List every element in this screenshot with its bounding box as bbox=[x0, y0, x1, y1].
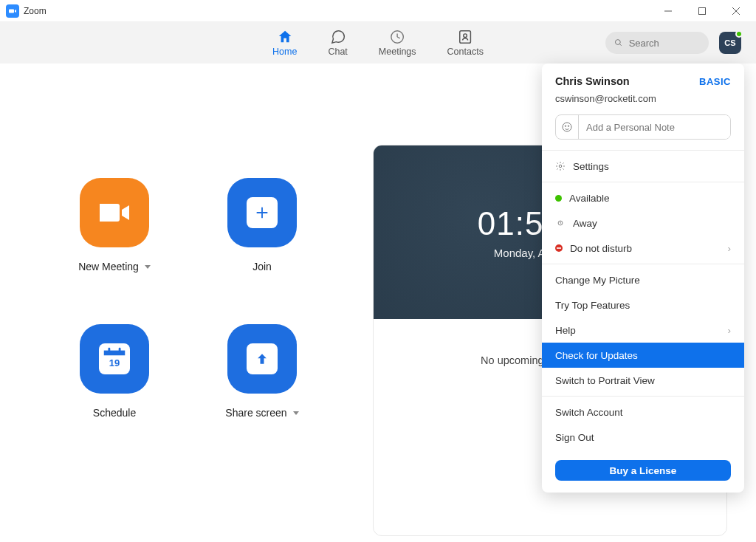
menu-change-picture-label: Change My Picture bbox=[555, 275, 640, 286]
calendar-tile: 19 bbox=[99, 343, 130, 374]
menu-sign-out-label: Sign Out bbox=[555, 432, 594, 443]
menu-help-label: Help bbox=[555, 325, 576, 336]
svg-line-10 bbox=[619, 44, 621, 45]
video-icon bbox=[98, 201, 131, 224]
share-tile bbox=[247, 343, 278, 374]
menu-check-updates-label: Check for Updates bbox=[555, 350, 638, 361]
share-screen-label-row[interactable]: Share screen bbox=[225, 407, 298, 419]
status-available-icon bbox=[555, 195, 562, 202]
chevron-right-icon: › bbox=[728, 325, 732, 336]
share-screen-label: Share screen bbox=[225, 407, 286, 419]
svg-rect-12 bbox=[104, 351, 126, 356]
menu-portrait-view[interactable]: Switch to Portrait View bbox=[542, 368, 744, 393]
chat-icon bbox=[330, 29, 346, 45]
status-dnd-label: Do not disturb bbox=[570, 243, 632, 254]
nav-tabs: Home Chat Meetings Contacts bbox=[272, 29, 484, 57]
menu-help[interactable]: Help › bbox=[542, 318, 744, 343]
dnd-icon bbox=[555, 244, 563, 252]
home-icon bbox=[277, 29, 293, 45]
close-button[interactable] bbox=[719, 0, 753, 22]
svg-rect-13 bbox=[108, 348, 110, 353]
profile-menu: Chris Swinson BASIC cswinson@rocketit.co… bbox=[542, 64, 744, 493]
menu-check-updates[interactable]: Check for Updates bbox=[542, 343, 744, 368]
arrow-up-icon bbox=[255, 351, 269, 366]
new-meeting-label-row[interactable]: New Meeting bbox=[78, 261, 151, 272]
window-title: Zoom bbox=[24, 6, 47, 16]
presence-dot-icon bbox=[735, 30, 743, 38]
status-dnd[interactable]: Do not disturb › bbox=[542, 236, 744, 261]
join-button[interactable] bbox=[227, 178, 297, 247]
svg-point-8 bbox=[464, 34, 467, 38]
share-screen-button[interactable] bbox=[227, 324, 297, 394]
window-controls bbox=[651, 0, 753, 22]
action-grid: New Meeting Join bbox=[55, 178, 321, 419]
svg-line-21 bbox=[560, 223, 561, 224]
gear-icon bbox=[555, 161, 566, 171]
svg-point-16 bbox=[565, 126, 566, 126]
tab-contacts-label: Contacts bbox=[447, 47, 484, 57]
zoom-logo-icon bbox=[6, 4, 19, 18]
new-meeting-button[interactable] bbox=[80, 178, 149, 247]
titlebar: Zoom bbox=[0, 0, 756, 22]
buy-license-label: Buy a License bbox=[610, 465, 677, 476]
search-icon bbox=[614, 38, 623, 48]
buy-license-button[interactable]: Buy a License bbox=[555, 460, 731, 481]
menu-portrait-view-label: Switch to Portrait View bbox=[555, 375, 655, 386]
plan-badge: BASIC bbox=[699, 76, 731, 87]
menu-try-features-label: Try Top Features bbox=[555, 300, 630, 311]
chevron-down-icon bbox=[293, 411, 299, 415]
schedule-label: Schedule bbox=[93, 407, 136, 419]
menu-switch-account[interactable]: Switch Account bbox=[542, 399, 744, 425]
plus-icon bbox=[254, 205, 270, 221]
tab-contacts[interactable]: Contacts bbox=[447, 29, 484, 57]
search-box[interactable] bbox=[605, 32, 709, 54]
search-input[interactable] bbox=[629, 38, 700, 49]
menu-settings-label: Settings bbox=[573, 161, 609, 172]
svg-rect-14 bbox=[119, 348, 121, 353]
tab-meetings[interactable]: Meetings bbox=[379, 29, 416, 57]
plus-tile bbox=[247, 197, 278, 228]
status-available-label: Available bbox=[569, 193, 610, 204]
svg-line-6 bbox=[397, 37, 400, 38]
svg-point-9 bbox=[615, 40, 620, 45]
status-away[interactable]: Away bbox=[542, 210, 744, 236]
profile-email: cswinson@rocketit.com bbox=[555, 93, 731, 104]
chevron-down-icon bbox=[145, 265, 151, 269]
svg-rect-1 bbox=[699, 7, 706, 14]
emoji-icon[interactable] bbox=[556, 115, 579, 139]
menu-try-features[interactable]: Try Top Features bbox=[542, 292, 744, 318]
tab-home-label: Home bbox=[272, 47, 297, 57]
svg-point-17 bbox=[568, 126, 568, 126]
tab-chat-label: Chat bbox=[328, 47, 347, 57]
menu-change-picture[interactable]: Change My Picture bbox=[542, 267, 744, 292]
status-away-label: Away bbox=[573, 218, 597, 229]
join-label: Join bbox=[252, 261, 272, 272]
tab-home[interactable]: Home bbox=[272, 29, 297, 57]
avatar-initials: CS bbox=[724, 38, 735, 47]
profile-avatar-button[interactable]: CS bbox=[719, 32, 741, 54]
tab-meetings-label: Meetings bbox=[379, 47, 416, 57]
navbar: Home Chat Meetings Contacts CS bbox=[0, 22, 756, 64]
chevron-right-icon: › bbox=[728, 243, 732, 254]
away-clock-icon bbox=[555, 218, 566, 228]
clock-icon bbox=[389, 29, 405, 45]
svg-point-15 bbox=[563, 123, 571, 131]
contacts-icon bbox=[457, 29, 473, 45]
maximize-button[interactable] bbox=[685, 0, 719, 22]
status-available[interactable]: Available bbox=[542, 185, 744, 210]
menu-settings[interactable]: Settings bbox=[542, 154, 744, 179]
tab-chat[interactable]: Chat bbox=[328, 29, 347, 57]
schedule-button[interactable]: 19 bbox=[80, 324, 149, 394]
menu-switch-account-label: Switch Account bbox=[555, 407, 623, 418]
menu-sign-out[interactable]: Sign Out bbox=[542, 425, 744, 450]
new-meeting-label: New Meeting bbox=[78, 261, 139, 272]
svg-point-18 bbox=[559, 165, 562, 168]
minimize-button[interactable] bbox=[651, 0, 685, 22]
personal-note-input[interactable] bbox=[579, 115, 730, 139]
calendar-day-number: 19 bbox=[109, 357, 120, 368]
profile-name: Chris Swinson bbox=[555, 75, 630, 87]
personal-note-row bbox=[555, 114, 731, 140]
svg-rect-23 bbox=[557, 247, 561, 249]
